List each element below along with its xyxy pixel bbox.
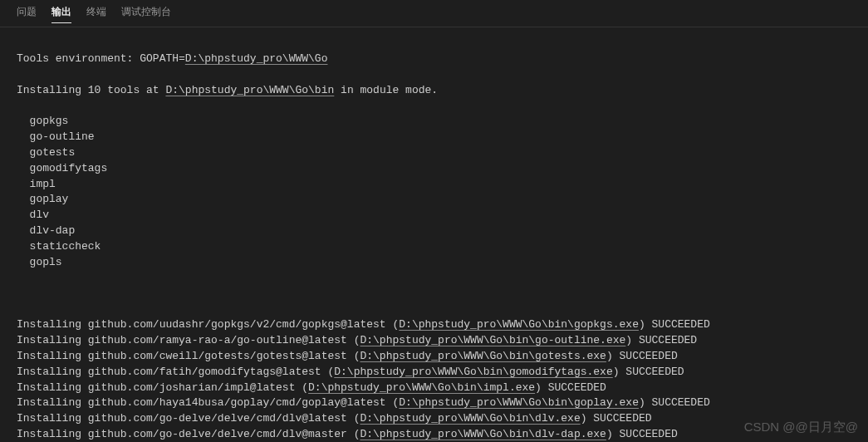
install-line: Installing github.com/haya14busa/goplay/…	[17, 395, 851, 411]
install-exe-path: D:\phpstudy_pro\WWW\Go\bin\dlv.exe	[360, 412, 580, 425]
tool-item: gomodifytags	[17, 161, 851, 177]
tool-item: goplay	[17, 192, 851, 208]
tool-item: dlv-dap	[17, 223, 851, 239]
tool-item: gotests	[17, 145, 851, 161]
tool-item: go-outline	[17, 130, 851, 145]
blank-line	[17, 287, 851, 302]
install-exe-path: D:\phpstudy_pro\WWW\Go\bin\impl.exe	[308, 381, 535, 394]
output-panel: Tools environment: GOPATH=D:\phpstudy_pr…	[0, 27, 868, 442]
install-line: Installing github.com/uudashr/gopkgs/v2/…	[17, 317, 851, 333]
install-header: Installing 10 tools at D:\phpstudy_pro\W…	[17, 83, 851, 99]
install-exe-path: D:\phpstudy_pro\WWW\Go\bin\dlv-dap.exe	[360, 428, 606, 440]
install-path: D:\phpstudy_pro\WWW\Go\bin	[165, 84, 334, 96]
panel-tabs: 问题 输出 终端 调试控制台	[0, 0, 868, 27]
install-exe-path: D:\phpstudy_pro\WWW\Go\bin\gomodifytags.…	[334, 366, 612, 378]
install-line: Installing github.com/go-delve/delve/cmd…	[17, 411, 851, 427]
watermark: CSDN @@日月空@	[744, 420, 858, 435]
tool-item: impl	[17, 177, 851, 193]
tab-output[interactable]: 输出	[51, 5, 71, 23]
env-prefix: Tools environment: GOPATH=	[17, 52, 185, 65]
tool-item: gopls	[17, 255, 851, 271]
install-line: Installing github.com/josharian/impl@lat…	[17, 381, 851, 396]
tab-problems[interactable]: 问题	[17, 5, 37, 23]
install-exe-path: D:\phpstudy_pro\WWW\Go\bin\gopkgs.exe	[399, 318, 639, 331]
install-line: Installing github.com/fatih/gomodifytags…	[17, 365, 851, 381]
install-list: Installing github.com/uudashr/gopkgs/v2/…	[17, 317, 851, 442]
tab-debug[interactable]: 调试控制台	[121, 5, 171, 23]
tab-terminal[interactable]: 终端	[86, 5, 106, 23]
install-line: Installing github.com/ramya-rao-a/go-out…	[17, 333, 851, 349]
install-exe-path: D:\phpstudy_pro\WWW\Go\bin\goplay.exe	[399, 396, 639, 409]
install-suffix: in module mode.	[334, 84, 438, 96]
tool-item: staticcheck	[17, 239, 851, 255]
install-line: Installing github.com/go-delve/delve/cmd…	[17, 427, 851, 442]
env-line: Tools environment: GOPATH=D:\phpstudy_pr…	[17, 52, 851, 67]
env-path: D:\phpstudy_pro\WWW\Go	[185, 52, 328, 65]
tool-list: gopkgsgo-outlinegotestsgomodifytagsimplg…	[17, 114, 851, 270]
install-exe-path: D:\phpstudy_pro\WWW\Go\bin\gotests.exe	[360, 350, 606, 362]
tool-item: dlv	[17, 208, 851, 223]
install-exe-path: D:\phpstudy_pro\WWW\Go\bin\go-outline.ex…	[360, 334, 625, 346]
tool-item: gopkgs	[17, 114, 851, 130]
install-prefix: Installing 10 tools at	[17, 84, 165, 96]
install-line: Installing github.com/cweill/gotests/got…	[17, 349, 851, 365]
